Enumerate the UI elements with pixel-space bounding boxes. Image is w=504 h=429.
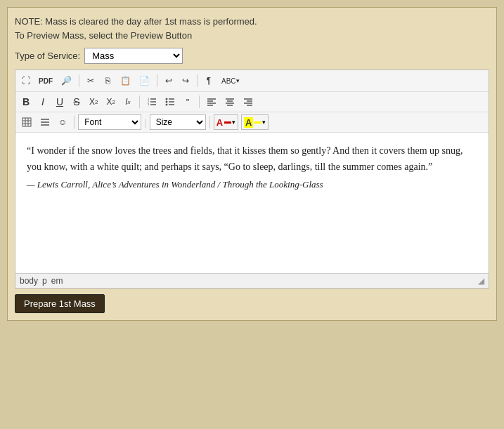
paste-button[interactable]: 📋 [117, 73, 134, 88]
bg-color-swatch [254, 121, 261, 124]
font-color-dropdown-icon[interactable]: ▾ [232, 119, 235, 126]
sep2 [157, 74, 157, 87]
sep3 [197, 74, 198, 87]
note-line2: To Preview Mass, select the Preview Butt… [15, 29, 489, 43]
svg-text:3: 3 [148, 103, 150, 106]
cut-button[interactable]: ✂ [83, 73, 98, 88]
sep5 [199, 95, 200, 108]
editor-content[interactable]: “I wonder if the snow loves the trees an… [15, 133, 489, 273]
status-bar: body p em ◢ [15, 273, 489, 288]
sep7 [209, 116, 210, 128]
emoji-button[interactable]: ☺ [55, 114, 70, 130]
size-select[interactable]: Size 8pt 10pt 12pt 14pt [150, 114, 206, 130]
main-container: NOTE: Mass is cleared the day after 1st … [7, 7, 497, 321]
align-left-button[interactable] [203, 94, 220, 110]
toolbar-row2: B I U S X2 X2 Ix 123 " [15, 92, 489, 112]
underline-button[interactable]: U [52, 94, 67, 110]
bold-button[interactable]: B [18, 94, 34, 110]
attribution-paragraph: — Lewis Carroll, Alice’s Adventures in W… [27, 178, 477, 192]
strikethrough-button[interactable]: S [69, 94, 84, 110]
fullscreen-button[interactable]: ⛶ [18, 73, 34, 88]
font-separator: | [144, 117, 146, 128]
pdf-button[interactable]: PDF [35, 73, 56, 88]
align-center-button[interactable] [221, 94, 238, 110]
svg-point-10 [165, 101, 167, 103]
font-select[interactable]: Font Arial Georgia Times New Roman [78, 114, 141, 130]
quote-text: “I wonder if the snow loves the trees an… [27, 145, 463, 172]
svg-rect-24 [22, 118, 31, 126]
service-type-select[interactable]: Mass Service Other [84, 48, 183, 64]
editor-wrapper: ⛶ PDF 🔎 ✂ ⎘ 📋 📄 ↩ ↪ ¶ ABC▾ B I U S X2 X2… [15, 70, 489, 289]
redo-button[interactable]: ↪ [178, 73, 193, 88]
tag-body: body [20, 276, 38, 286]
undo-button[interactable]: ↩ [161, 73, 176, 88]
font-color-swatch [224, 121, 231, 124]
copy-button[interactable]: ⎘ [100, 73, 115, 88]
unordered-list-button[interactable] [162, 94, 179, 110]
svg-point-9 [165, 98, 167, 100]
table-button[interactable] [18, 114, 35, 130]
sep6 [74, 116, 75, 128]
italic-button[interactable]: I [35, 94, 51, 110]
ordered-list-button[interactable]: 123 [143, 94, 160, 110]
service-label: Type of Service: [15, 51, 80, 61]
bg-color-icon: A [244, 117, 253, 128]
paste-text-button[interactable]: 📄 [136, 73, 153, 88]
sep4 [139, 95, 140, 108]
bg-color-button[interactable]: A ▾ [241, 114, 269, 130]
align-right-button[interactable] [240, 94, 257, 110]
source-button[interactable]: ¶ [201, 73, 217, 88]
blockquote-button[interactable]: " [180, 94, 195, 110]
find-button[interactable]: 🔎 [58, 73, 75, 88]
remove-format-button[interactable]: Ix [120, 94, 136, 110]
quote-paragraph: “I wonder if the snow loves the trees an… [27, 143, 477, 175]
toolbar-row1: ⛶ PDF 🔎 ✂ ⎘ 📋 📄 ↩ ↪ ¶ ABC▾ [15, 70, 489, 92]
bg-color-dropdown-icon[interactable]: ▾ [262, 119, 266, 126]
bottom-bar: Prepare 1st Mass [15, 294, 489, 313]
note-block: NOTE: Mass is cleared the day after 1st … [15, 15, 489, 42]
resize-handle[interactable]: ◢ [478, 276, 484, 286]
toolbar-row3: ☺ Font Arial Georgia Times New Roman | S… [15, 112, 489, 133]
svg-point-11 [165, 104, 167, 106]
list-indent-button[interactable] [37, 114, 53, 130]
sep1 [79, 74, 79, 87]
spellcheck-button[interactable]: ABC▾ [218, 73, 243, 88]
prepare-mass-button[interactable]: Prepare 1st Mass [15, 294, 105, 313]
tag-em: em [51, 276, 63, 286]
status-tags: body p em [20, 276, 63, 286]
service-row: Type of Service: Mass Service Other [15, 48, 489, 64]
subscript-button[interactable]: X2 [86, 94, 101, 110]
superscript-button[interactable]: X2 [103, 94, 118, 110]
note-line1: NOTE: Mass is cleared the day after 1st … [15, 15, 489, 29]
font-color-button[interactable]: A ▾ [214, 114, 238, 130]
tag-p: p [42, 276, 47, 286]
attribution-text: — Lewis Carroll, Alice’s Adventures in W… [27, 179, 323, 190]
font-color-icon: A [217, 117, 223, 128]
